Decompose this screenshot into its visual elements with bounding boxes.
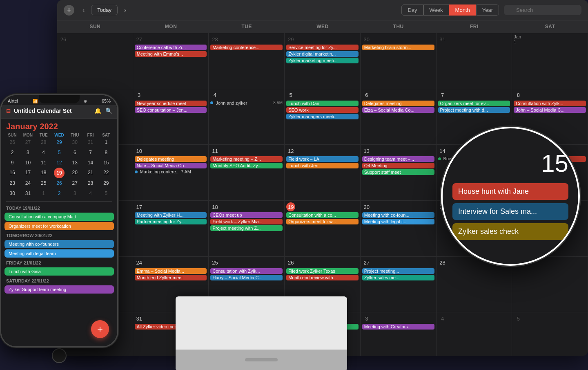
zoom-event-house-hunt[interactable]: House hunt with Jane: [452, 183, 568, 200]
event-nate-social[interactable]: Nate – Social Media Co...: [135, 163, 207, 168]
event-marketing-meeting[interactable]: Marketing meeting – Z...: [210, 156, 283, 162]
bell-icon[interactable]: 🔔: [94, 108, 101, 114]
ph-day-29a[interactable]: 29: [51, 137, 67, 148]
ph-day-31[interactable]: 31: [20, 188, 36, 199]
event-month-end-review[interactable]: Month end review with...: [286, 275, 359, 280]
ph-day-22[interactable]: 22: [98, 168, 114, 178]
cell-jan17[interactable]: 17 Meeting with Zylker H... Partner meet…: [133, 201, 209, 257]
event-zykler-marketing[interactable]: Zykler marketing meeti...: [286, 58, 359, 63]
cell-jan5[interactable]: 5 Lunch with Dan SEO work Zykler manager…: [285, 89, 361, 145]
event-month-end-zylker[interactable]: Month end Zylker meet: [135, 275, 207, 280]
ph-day-14[interactable]: 14: [82, 158, 98, 168]
ph-day-5[interactable]: 5: [51, 148, 67, 158]
event-elza-social[interactable]: Elza – Social Media Co...: [362, 107, 434, 113]
phone-event-lunch-gina[interactable]: Lunch with Gina: [4, 267, 114, 276]
event-ceos-meet[interactable]: CEOs meet up: [210, 212, 283, 218]
cell-dec26[interactable]: 26: [57, 33, 133, 89]
ph-day-1b[interactable]: 1: [36, 188, 51, 199]
cell-jan12[interactable]: 12 Field work – LA Lunch with Jen: [285, 145, 361, 201]
ph-day-28[interactable]: 28: [82, 178, 98, 188]
event-zylker-sales-me[interactable]: Zylker sales me...: [362, 275, 434, 280]
event-designing-team[interactable]: Designing team meet –...: [362, 156, 434, 162]
event-meeting-legal[interactable]: Meeting with legal t...: [362, 219, 434, 224]
ph-day-1[interactable]: 1: [98, 137, 114, 148]
cell-dec27[interactable]: 27 Conference call with Zi... Meeting wi…: [133, 33, 209, 89]
ph-day-23[interactable]: 23: [4, 178, 20, 188]
view-week-button[interactable]: Week: [423, 4, 449, 16]
cell-jan6[interactable]: 6 Delegates meeting Elza – Social Media …: [361, 89, 437, 145]
ph-day-12[interactable]: 12: [51, 158, 67, 168]
ph-day-10[interactable]: 10: [20, 158, 36, 168]
ph-day-2b[interactable]: 2: [51, 188, 67, 199]
ph-day-26a[interactable]: 26: [4, 137, 20, 148]
nav-next-button[interactable]: ›: [121, 5, 129, 16]
event-field-work-mia[interactable]: Field work – Zylker Mia...: [210, 219, 283, 224]
cell-jan19-today[interactable]: 19 Consultation with a co... Organizers …: [285, 201, 361, 257]
event-partner-meeting[interactable]: Partner meeting for Zy...: [135, 219, 207, 224]
nav-prev-button[interactable]: ‹: [79, 5, 88, 16]
ph-day-24[interactable]: 24: [20, 178, 36, 188]
event-new-year-schedule[interactable]: New year schedule meet: [135, 101, 207, 106]
event-q4-meeting[interactable]: Q4 Meeting: [362, 163, 434, 168]
cell-jan1[interactable]: Jan 1: [512, 33, 588, 89]
cell-jan20[interactable]: 20 Meeting with co-foun... Meeting with …: [361, 201, 437, 257]
ph-day-31a[interactable]: 31: [82, 137, 98, 148]
ph-day-25[interactable]: 25: [36, 178, 51, 188]
ph-day-7[interactable]: 7: [82, 148, 98, 158]
event-project-meeting-z[interactable]: Project meeting with Z...: [210, 225, 283, 231]
ph-day-13[interactable]: 13: [67, 158, 82, 168]
view-day-button[interactable]: Day: [401, 4, 423, 16]
ph-day-2[interactable]: 2: [4, 148, 20, 158]
ph-day-30[interactable]: 30: [4, 188, 20, 199]
cell-jan29[interactable]: 29: [512, 257, 588, 313]
ph-day-17[interactable]: 17: [20, 168, 36, 178]
phone-add-button[interactable]: +: [91, 320, 109, 338]
event-delegates-meeting[interactable]: Delegates meeting: [362, 101, 434, 106]
phone-event-cofounders[interactable]: Meeting with co-founders: [4, 240, 114, 248]
event-meeting-zylker-h[interactable]: Meeting with Zylker H...: [135, 212, 207, 218]
event-meeting-emma[interactable]: Meeting with Emma's...: [135, 51, 207, 57]
event-organizers-meet[interactable]: Organizers meet for ev...: [438, 101, 510, 106]
phone-event-legal[interactable]: Meeting with legal team: [4, 249, 114, 258]
ph-day-30a[interactable]: 30: [67, 137, 82, 148]
ph-day-3b[interactable]: 3: [67, 188, 82, 199]
event-consultation-zylk[interactable]: Consultation with Zylk...: [514, 101, 586, 106]
ph-day-20[interactable]: 20: [67, 168, 82, 178]
event-meeting-creators[interactable]: Meeting with Creators...: [362, 324, 434, 330]
ph-day-29[interactable]: 29: [98, 178, 114, 188]
event-lunch-dan[interactable]: Lunch with Dan: [286, 101, 359, 106]
ph-day-18[interactable]: 18: [36, 168, 51, 178]
event-support-staff[interactable]: Support staff meet: [362, 169, 434, 175]
cell-jan3[interactable]: 3 New year schedule meet SEO consultatio…: [133, 89, 209, 145]
phone-event-consultation-matt[interactable]: Consultation with a company Matt: [4, 213, 114, 221]
event-seo-work[interactable]: SEO work: [286, 107, 359, 113]
ph-day-9[interactable]: 9: [4, 158, 20, 168]
ph-day-4b[interactable]: 4: [82, 188, 98, 199]
event-marketing-confere[interactable]: Marketing confere... 7 AM: [140, 169, 191, 174]
event-conference-call[interactable]: Conference call with Zi...: [135, 45, 207, 50]
event-lunch-jen[interactable]: Lunch with Jen: [286, 163, 359, 168]
search-input[interactable]: [504, 5, 581, 15]
cell-dec28[interactable]: 28 Marketing conference...: [209, 33, 285, 89]
event-john-zylker[interactable]: John and zylker: [216, 101, 247, 105]
cell-jan18[interactable]: 18 CEOs meet up Field work – Zylker Mia.…: [209, 201, 285, 257]
event-filed-work-texas[interactable]: Filed work Zylker Texas: [286, 268, 359, 274]
cell-feb5[interactable]: 5: [512, 312, 588, 356]
ph-day-3[interactable]: 3: [20, 148, 36, 158]
ph-day-27a[interactable]: 27: [20, 137, 36, 148]
event-service-meeting[interactable]: Service meeting for Zy...: [286, 45, 359, 50]
today-button[interactable]: Today: [91, 5, 118, 15]
ph-day-4[interactable]: 4: [36, 148, 51, 158]
event-field-work-la[interactable]: Field work – LA: [286, 156, 359, 162]
event-seo-consultation[interactable]: SEO consultation – Jen...: [135, 107, 207, 113]
event-delegates-meeting2[interactable]: Delegates meeting: [135, 156, 207, 162]
zoom-event-zylker-sales[interactable]: Zylker sales check: [452, 223, 568, 240]
event-marketing-conf[interactable]: Marketing conference...: [210, 45, 283, 50]
event-john-social[interactable]: John – Social Media C...: [514, 107, 586, 113]
view-month-button[interactable]: Month: [449, 4, 476, 16]
event-marketing-brain[interactable]: Marketing brain storm...: [362, 45, 434, 50]
ph-day-19-today[interactable]: 19: [54, 168, 65, 178]
cell-jan10[interactable]: 10 Delegates meeting Nate – Social Media…: [133, 145, 209, 201]
search-icon-phone[interactable]: 🔍: [105, 108, 112, 114]
cell-jan13[interactable]: 13 Designing team meet –... Q4 Meeting S…: [361, 145, 437, 201]
